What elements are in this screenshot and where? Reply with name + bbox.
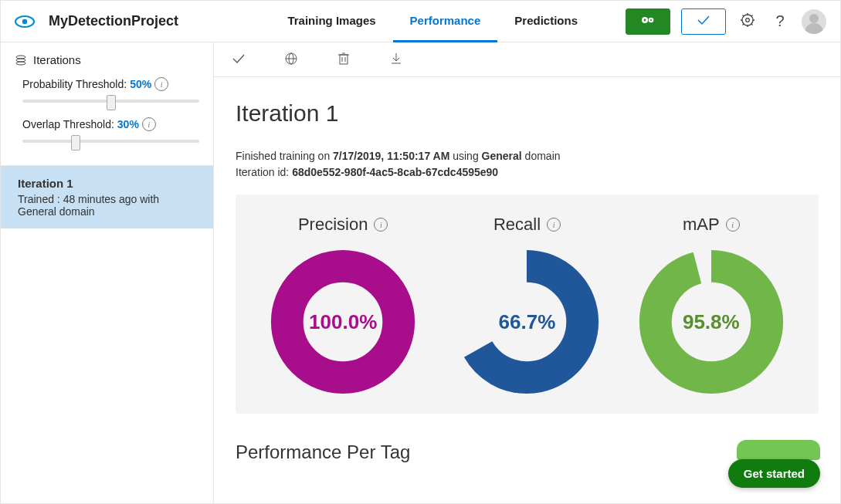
recall-value: 66.7% bbox=[453, 249, 600, 395]
precision-label: Precision bbox=[298, 215, 368, 235]
info-icon[interactable]: i bbox=[154, 77, 168, 91]
overlap-threshold-value: 30% bbox=[117, 118, 139, 130]
map-chart: 95.8% bbox=[638, 249, 785, 395]
mark-default-button[interactable] bbox=[231, 52, 246, 67]
help-button[interactable]: ? bbox=[769, 11, 791, 32]
overlap-threshold-label: Overlap Threshold: bbox=[22, 118, 114, 130]
probability-threshold-value: 50% bbox=[130, 78, 151, 90]
download-icon bbox=[390, 52, 402, 68]
get-started-shadow bbox=[737, 440, 820, 460]
settings-button[interactable] bbox=[737, 11, 758, 32]
svg-line-12 bbox=[743, 15, 744, 17]
gears-icon bbox=[639, 14, 656, 29]
svg-point-7 bbox=[746, 19, 750, 22]
metric-precision: Precisioni 100.0% bbox=[258, 215, 428, 395]
delete-button[interactable] bbox=[336, 52, 351, 67]
publish-button[interactable] bbox=[283, 52, 299, 67]
svg-point-3 bbox=[644, 19, 646, 22]
quick-test-button[interactable] bbox=[681, 8, 726, 35]
train-button[interactable] bbox=[626, 8, 670, 35]
info-icon[interactable]: i bbox=[142, 117, 156, 131]
iteration-toolbar bbox=[214, 42, 840, 77]
probability-threshold-slider[interactable] bbox=[22, 93, 199, 108]
probability-threshold: Probability Threshold: 50% i bbox=[22, 77, 199, 108]
sidebar: Iterations Probability Threshold: 50% i … bbox=[1, 42, 214, 503]
info-icon[interactable]: i bbox=[547, 218, 561, 232]
project-title: MyDetectionProject bbox=[49, 13, 178, 29]
trash-icon bbox=[337, 52, 350, 68]
svg-point-17 bbox=[16, 59, 25, 62]
header: MyDetectionProject Training Images Perfo… bbox=[1, 1, 840, 42]
svg-point-6 bbox=[742, 15, 753, 25]
gear-icon bbox=[740, 12, 755, 30]
info-icon[interactable]: i bbox=[374, 218, 388, 232]
training-info: Finished training on 7/17/2019, 11:50:17… bbox=[236, 148, 819, 181]
get-started-button[interactable]: Get started bbox=[728, 459, 820, 488]
check-icon bbox=[697, 15, 710, 28]
map-label: mAP bbox=[683, 215, 720, 235]
probability-threshold-label: Probability Threshold: bbox=[22, 78, 127, 90]
tab-predictions[interactable]: Predictions bbox=[497, 1, 595, 42]
performance-per-tag-title: Performance Per Tag bbox=[236, 441, 819, 463]
svg-point-5 bbox=[650, 19, 652, 21]
svg-line-15 bbox=[743, 24, 744, 25]
metric-recall: Recalli 66.7% bbox=[442, 215, 612, 395]
iteration-name: Iteration 1 bbox=[18, 177, 196, 190]
svg-line-13 bbox=[751, 24, 753, 25]
iteration-subtitle: Trained : 48 minutes ago with General do… bbox=[18, 193, 196, 218]
info-icon[interactable]: i bbox=[726, 218, 740, 232]
svg-rect-22 bbox=[340, 55, 348, 64]
iterations-icon bbox=[15, 54, 27, 66]
main-tabs: Training Images Performance Predictions bbox=[270, 1, 595, 42]
iteration-item[interactable]: Iteration 1 Trained : 48 minutes ago wit… bbox=[1, 166, 213, 228]
header-actions: ? bbox=[626, 8, 826, 35]
help-icon: ? bbox=[775, 12, 784, 30]
svg-point-1 bbox=[22, 19, 27, 23]
overlap-threshold-slider[interactable] bbox=[22, 133, 199, 148]
iteration-title: Iteration 1 bbox=[236, 100, 819, 127]
recall-label: Recall bbox=[493, 215, 541, 235]
recall-chart: 66.7% bbox=[453, 249, 600, 395]
tab-training-images[interactable]: Training Images bbox=[270, 1, 392, 42]
map-value: 95.8% bbox=[638, 249, 785, 395]
main-panel: Iteration 1 Finished training on 7/17/20… bbox=[214, 42, 840, 503]
export-button[interactable] bbox=[388, 52, 404, 67]
iterations-label: Iterations bbox=[33, 53, 81, 66]
user-avatar[interactable] bbox=[802, 9, 826, 34]
precision-chart: 100.0% bbox=[270, 249, 416, 395]
svg-point-16 bbox=[16, 56, 25, 59]
overlap-threshold: Overlap Threshold: 30% i bbox=[22, 117, 199, 148]
check-icon bbox=[232, 53, 246, 66]
app-logo-icon bbox=[15, 15, 35, 29]
tab-performance[interactable]: Performance bbox=[393, 1, 498, 42]
metric-map: mAPi 95.8% bbox=[626, 215, 796, 395]
iterations-header: Iterations bbox=[1, 42, 213, 77]
metrics-panel: Precisioni 100.0% Recalli 66.7% bbox=[236, 194, 819, 414]
precision-value: 100.0% bbox=[270, 249, 416, 395]
svg-line-14 bbox=[751, 15, 753, 17]
globe-icon bbox=[284, 52, 298, 68]
svg-point-18 bbox=[16, 62, 25, 65]
